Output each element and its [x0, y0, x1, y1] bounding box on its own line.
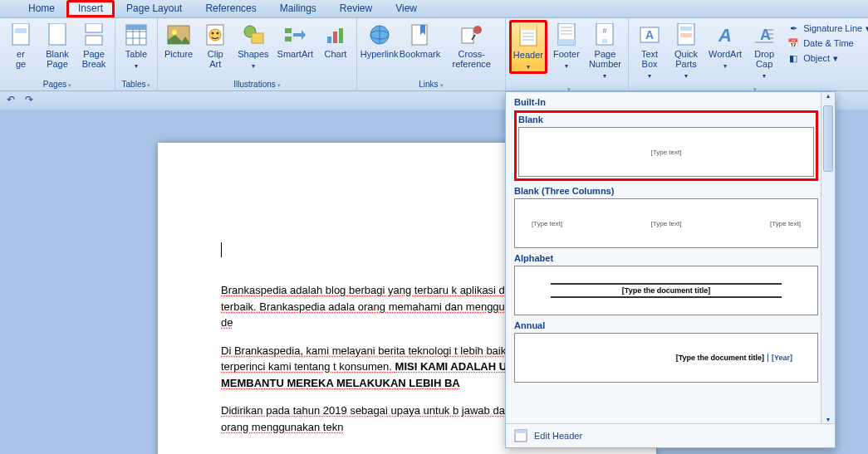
undo-button[interactable]: ↶ — [7, 94, 20, 107]
page-break-icon — [81, 22, 107, 48]
cover-page-button[interactable]: erge — [3, 20, 38, 71]
object-icon: ◧ — [787, 51, 800, 65]
group-pages: erge BlankPage PageBreak Pages — [0, 18, 115, 90]
chart-icon — [322, 22, 349, 48]
bookmark-button[interactable]: Bookmark — [400, 20, 439, 61]
gallery-item-alphabet[interactable]: Alphabet [Type the document title] — [514, 253, 818, 315]
svg-text:#: # — [603, 27, 607, 35]
picture-icon — [165, 22, 192, 48]
gallery-item-annual[interactable]: Annual [Type the document title] [Year] — [514, 320, 818, 383]
group-links: Hyperlink Bookmark Cross-reference Links — [357, 18, 506, 90]
hyperlink-icon — [366, 22, 393, 48]
drop-cap-button[interactable]: ADropCap — [747, 20, 782, 82]
shapes-icon — [240, 22, 267, 48]
gallery-section-label: Built-In — [508, 94, 833, 110]
page-number-icon: # — [591, 22, 618, 48]
svg-rect-42 — [602, 39, 607, 43]
smartart-button[interactable]: SmartArt — [274, 20, 316, 61]
cross-reference-button[interactable]: Cross-reference — [442, 20, 502, 71]
date-time-button[interactable]: 📅Date & Time — [787, 37, 868, 50]
svg-rect-0 — [12, 23, 29, 45]
tab-home[interactable]: Home — [17, 0, 66, 17]
redo-button[interactable]: ↷ — [25, 94, 38, 107]
svg-rect-19 — [285, 28, 292, 33]
group-pages-label: Pages — [3, 78, 111, 90]
svg-point-12 — [172, 30, 177, 35]
group-text: ATextBox QuickParts AWordArt ADropCap ✒S… — [628, 18, 868, 90]
tab-mailings[interactable]: Mailings — [268, 0, 328, 17]
gallery-scrollbar[interactable] — [821, 92, 835, 423]
svg-rect-10 — [126, 25, 146, 30]
group-illustrations: Picture ClipArt Shapes SmartArt Chart Il… — [158, 18, 357, 90]
svg-text:A: A — [760, 27, 771, 43]
ribbon-tabs: Home Insert Page Layout References Maili… — [0, 0, 868, 18]
tab-references[interactable]: References — [194, 0, 267, 17]
group-tables-label: Tables — [119, 78, 154, 90]
svg-rect-4 — [86, 36, 102, 45]
tab-page-layout[interactable]: Page Layout — [115, 0, 194, 17]
date-time-icon: 📅 — [787, 37, 800, 50]
svg-rect-23 — [339, 28, 343, 43]
edit-header-button[interactable]: Edit Header — [506, 423, 835, 447]
svg-point-15 — [212, 32, 214, 35]
svg-point-16 — [217, 32, 219, 35]
svg-rect-1 — [15, 28, 27, 33]
group-tables: Table Tables — [115, 18, 158, 90]
chart-button[interactable]: Chart — [318, 20, 353, 61]
clip-art-button[interactable]: ClipArt — [198, 20, 233, 71]
ribbon: erge BlankPage PageBreak Pages Table Tab… — [0, 18, 868, 91]
cover-page-icon — [7, 22, 34, 48]
shapes-button[interactable]: Shapes — [234, 20, 272, 72]
picture-button[interactable]: Picture — [161, 20, 196, 61]
quick-parts-icon — [673, 22, 699, 48]
object-button[interactable]: ◧Object ▾ — [787, 51, 868, 65]
svg-text:A: A — [645, 28, 654, 41]
svg-rect-47 — [680, 33, 692, 37]
quick-parts-button[interactable]: QuickParts — [669, 20, 704, 82]
svg-rect-18 — [252, 33, 263, 43]
header-icon — [515, 22, 542, 49]
svg-rect-46 — [680, 27, 692, 31]
text-box-button[interactable]: ATextBox — [632, 20, 667, 82]
group-header-footer: Header Footer #PageNumber — [506, 18, 628, 90]
text-side-items: ✒Signature Line ▾ 📅Date & Time ◧Object ▾ — [783, 20, 868, 66]
footer-icon — [553, 22, 580, 48]
page-break-button[interactable]: PageBreak — [76, 20, 111, 71]
clip-art-icon — [202, 22, 228, 48]
header-gallery: Built-In Blank [Type text] Blank (Three … — [505, 91, 836, 448]
table-icon — [123, 22, 150, 48]
cross-ref-icon — [459, 22, 485, 48]
svg-rect-28 — [462, 28, 473, 43]
svg-rect-55 — [515, 430, 527, 433]
group-illustrations-label: Illustrations — [161, 78, 353, 90]
drop-cap-icon: A — [751, 22, 777, 48]
svg-rect-2 — [49, 23, 66, 45]
smartart-icon — [282, 22, 308, 48]
gallery-item-blank-three-columns[interactable]: Blank (Three Columns) [Type text] [Type … — [514, 186, 818, 248]
header-button[interactable]: Header — [509, 20, 547, 74]
wordart-icon: A — [712, 22, 738, 48]
gallery-item-blank[interactable]: Blank [Type text] — [514, 110, 818, 181]
table-button[interactable]: Table — [119, 20, 154, 72]
edit-header-icon — [514, 429, 527, 442]
hyperlink-button[interactable]: Hyperlink — [360, 20, 398, 61]
svg-point-29 — [473, 26, 482, 34]
svg-rect-36 — [558, 39, 575, 45]
tab-review[interactable]: Review — [328, 0, 384, 17]
wordart-button[interactable]: AWordArt — [705, 20, 745, 72]
svg-rect-3 — [86, 23, 102, 32]
svg-rect-20 — [285, 37, 292, 41]
svg-rect-22 — [333, 32, 337, 43]
text-box-icon: A — [636, 22, 663, 48]
page-number-button[interactable]: #PageNumber — [586, 20, 625, 82]
group-links-label: Links — [360, 78, 502, 90]
signature-icon: ✒ — [787, 22, 800, 35]
svg-text:A: A — [718, 25, 732, 45]
blank-page-button[interactable]: BlankPage — [40, 20, 75, 71]
svg-rect-21 — [327, 37, 331, 43]
footer-button[interactable]: Footer — [549, 20, 584, 72]
signature-line-button[interactable]: ✒Signature Line ▾ — [787, 22, 868, 35]
tab-insert[interactable]: Insert — [66, 0, 115, 17]
tab-view[interactable]: View — [384, 0, 429, 17]
bookmark-icon — [406, 22, 433, 48]
